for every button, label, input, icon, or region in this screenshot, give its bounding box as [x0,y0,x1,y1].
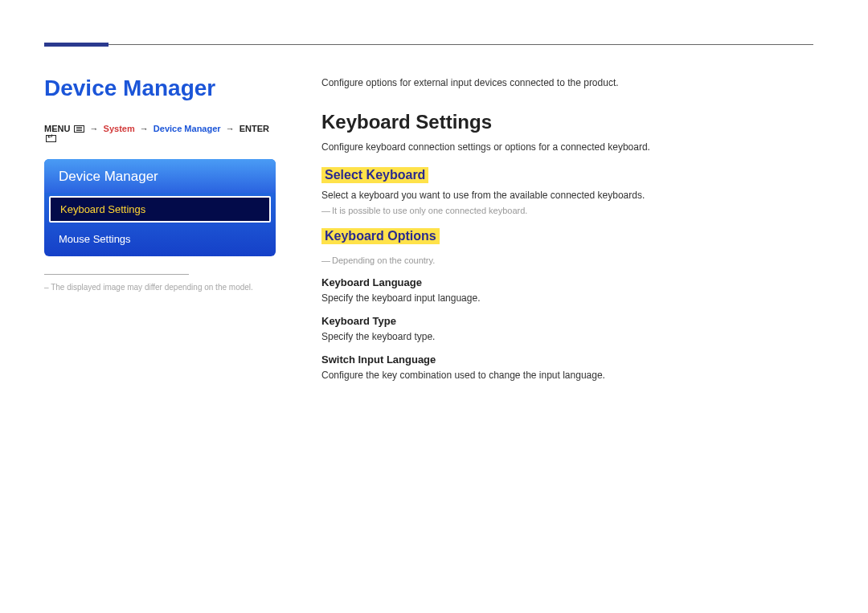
enter-icon [46,135,56,142]
option-body: Configure the key combination used to ch… [321,370,813,381]
intro-text: Configure options for external input dev… [321,77,813,88]
select-keyboard-note: It is possible to use only one connected… [321,206,813,215]
option-body: Specify the keyboard type. [321,331,813,342]
option-keyboard-type: Keyboard Type Specify the keyboard type. [321,315,813,342]
keyboard-options-note: Depending on the country. [321,255,813,265]
arrow-icon: → [226,124,235,133]
option-title: Keyboard Type [321,315,813,327]
panel-item-keyboard-settings[interactable]: Keyboard Settings [49,196,271,223]
arrow-icon: → [140,124,149,133]
section-body: Configure keyboard connection settings o… [321,141,813,153]
breadcrumb-device: Device Manager [154,124,221,133]
device-manager-panel: Device Manager Keyboard Settings Mouse S… [44,159,276,256]
option-title: Keyboard Language [321,276,813,288]
panel-item-mouse-settings[interactable]: Mouse Settings [44,226,276,256]
subheading-keyboard-options: Keyboard Options [321,228,440,244]
keyboard-options-section: Keyboard Options Depending on the countr… [321,228,813,381]
panel-header: Device Manager [44,159,276,193]
section-heading-keyboard-settings: Keyboard Settings [321,111,813,133]
subheading-select-keyboard: Select Keyboard [321,167,428,183]
option-switch-input-language: Switch Input Language Configure the key … [321,353,813,381]
select-keyboard-section: Select Keyboard Select a keyboard you wa… [321,167,813,215]
menu-icon [74,125,84,133]
breadcrumb-system: System [104,124,135,133]
sidebar-divider [44,274,189,275]
breadcrumb: MENU → System → Device Manager → ENTER [44,124,277,143]
option-body: Specify the keyboard input language. [321,292,813,304]
option-keyboard-language: Keyboard Language Specify the keyboard i… [321,276,813,304]
arrow-icon: → [90,124,99,133]
top-divider [44,44,813,45]
sidebar-note: The displayed image may differ depending… [44,283,277,292]
option-title: Switch Input Language [321,353,813,366]
page-title: Device Manager [44,76,277,101]
select-keyboard-body: Select a keyboard you want to use from t… [321,190,813,201]
breadcrumb-enter: ENTER [240,124,269,133]
